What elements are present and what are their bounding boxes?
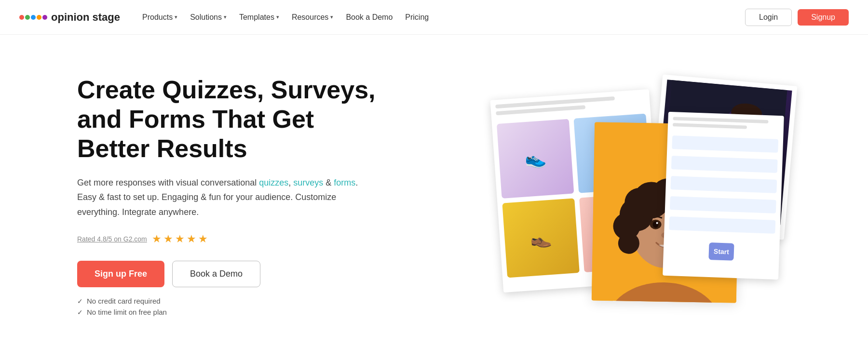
survey-option-4 [670,196,776,214]
star-rating: ★ ★ ★ ★ ★ [152,233,208,245]
shoe-cell-3: 👞 [502,198,579,278]
nav-label-products: Products [142,13,173,22]
navbar: opinion stage Products ▾ Solutions ▾ Tem… [0,0,868,35]
quiz-line-1 [495,96,615,108]
signup-free-button[interactable]: Sign up Free [77,261,164,287]
logo-circle-red [19,15,24,20]
survey-option-3 [670,176,777,193]
logo-text: opinion stage [51,11,120,24]
link-surveys[interactable]: surveys [293,178,323,187]
nav-links: Products ▾ Solutions ▾ Templates ▾ Resou… [137,10,434,25]
shoe-cell-1: 👟 [497,119,574,199]
star-4: ★ [187,233,196,245]
login-button[interactable]: Login [745,9,792,26]
hero-desc-prefix: Get more responses with visual conversat… [77,178,259,187]
survey-option-2 [671,156,778,173]
hero-title: Create Quizzes, Surveys, and Forms That … [77,75,376,164]
signup-button[interactable]: Signup [798,9,849,26]
survey-option-5 [669,216,775,234]
chevron-down-icon: ▾ [175,14,177,20]
survey-card: Start [663,112,784,280]
link-forms[interactable]: forms [334,178,355,187]
logo-circle-blue [31,15,36,20]
hero-description: Get more responses with visual conversat… [77,175,376,220]
checklist: No credit card required No time limit on… [77,297,376,316]
rating: Rated 4.8/5 on G2.com ★ ★ ★ ★ ★ [77,233,376,245]
logo-icon [19,15,47,20]
survey-line-1 [673,117,768,123]
book-demo-button[interactable]: Book a Demo [172,261,260,287]
logo-circle-purple [42,15,47,20]
nav-label-pricing: Pricing [405,13,429,22]
shoe-icon-3: 👞 [502,198,579,278]
survey-start-button[interactable]: Start [708,242,734,261]
chevron-down-icon: ▾ [276,14,279,20]
star-2: ★ [163,233,173,245]
survey-option-1 [672,135,778,153]
survey-lines [673,117,779,134]
nav-item-resources[interactable]: Resources ▾ [287,10,338,25]
star-1: ★ [152,233,162,245]
nav-label-solutions: Solutions [190,13,222,22]
link-quizzes[interactable]: quizzes [259,178,288,187]
logo[interactable]: opinion stage [19,11,120,24]
chevron-down-icon: ▾ [224,14,227,20]
rating-link[interactable]: Rated 4.8/5 on G2.com [77,235,147,243]
survey-line-2 [673,123,747,129]
logo-circle-orange [37,15,41,20]
nav-left: opinion stage Products ▾ Solutions ▾ Tem… [19,10,434,25]
hero-content: Create Quizzes, Surveys, and Forms That … [77,75,376,317]
nav-label-templates: Templates [239,13,274,22]
nav-item-solutions[interactable]: Solutions ▾ [185,10,231,25]
star-5: ★ [198,233,208,245]
checklist-item-2: No time limit on free plan [77,308,376,316]
nav-label-resources: Resources [292,13,328,22]
nav-right: Login Signup [745,9,849,26]
star-3: ★ [175,233,185,245]
logo-circle-green [25,15,30,20]
nav-item-book-demo[interactable]: Book a Demo [341,10,397,25]
nav-item-products[interactable]: Products ▾ [137,10,182,25]
chevron-down-icon: ▾ [330,14,333,20]
checklist-item-1: No credit card required [77,297,376,305]
quiz-lines [495,94,645,116]
hero-visuals: 👟 👠 👞 🥿 [482,70,810,321]
nav-label-book-demo: Book a Demo [346,13,393,22]
hero-buttons: Sign up Free Book a Demo [77,261,376,287]
nav-item-pricing[interactable]: Pricing [400,10,434,25]
nav-item-templates[interactable]: Templates ▾ [234,10,284,25]
shoe-icon-1: 👟 [497,119,574,199]
hero-section: Create Quizzes, Surveys, and Forms That … [0,35,868,347]
